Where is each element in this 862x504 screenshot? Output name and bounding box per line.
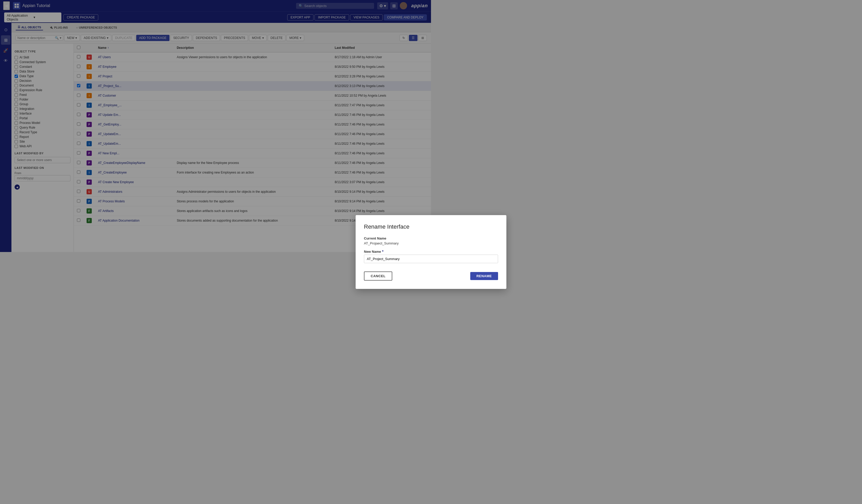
new-name-label: New Name * <box>364 249 431 252</box>
current-name-label: Current Name <box>364 236 431 240</box>
rename-interface-modal: Rename Interface Current Name AT_Projaec… <box>356 215 431 252</box>
modal-title: Rename Interface <box>364 223 431 230</box>
current-name-value: AT_Projaect_Summary <box>364 241 431 245</box>
required-indicator: * <box>382 249 383 252</box>
modal-overlay: Rename Interface Current Name AT_Projaec… <box>0 0 431 252</box>
